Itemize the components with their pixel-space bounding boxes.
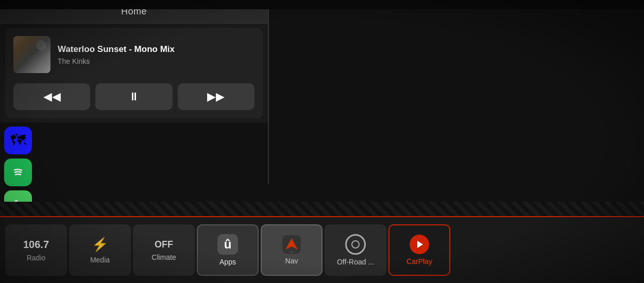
music-info-row: Waterloo Sunset - Mono Mix The Kinks <box>13 36 255 73</box>
tire-inner <box>351 240 360 249</box>
spotify-app-icon[interactable] <box>4 158 32 186</box>
panel-separator <box>268 9 269 184</box>
media-label: Media <box>90 256 110 264</box>
artist-name: The Kinks <box>58 57 255 65</box>
music-controls: ◀◀ ⏸ ▶▶ <box>13 83 255 110</box>
forward-icon: ▶▶ <box>207 90 225 103</box>
pause-icon: ⏸ <box>128 90 140 103</box>
song-title: Waterloo Sunset - Mono Mix <box>58 44 255 55</box>
album-art-image <box>13 36 50 73</box>
usb-icon: ⚡ <box>92 237 108 253</box>
rewind-button[interactable]: ◀◀ <box>13 83 90 110</box>
tire-icon <box>345 234 366 255</box>
apps-icon: û <box>221 237 235 252</box>
offroad-label: Off-Road ... <box>337 258 374 266</box>
svg-marker-76 <box>417 241 423 248</box>
pattern-divider <box>0 202 644 216</box>
waze-app-icon[interactable]: 🗺 <box>4 127 32 154</box>
main-screen: Home Waterloo Sunset - Mono Mix The Kink… <box>0 0 644 283</box>
carplay-button[interactable]: CarPlay <box>388 224 450 276</box>
radio-frequency: 106.7 <box>23 239 49 251</box>
apps-icon-wrapper: û <box>217 234 238 255</box>
carplay-icon <box>410 235 429 254</box>
left-panel: Home Waterloo Sunset - Mono Mix The Kink… <box>0 0 268 122</box>
climate-button[interactable]: OFF Climate <box>133 224 195 276</box>
nav-label: Nav <box>285 257 298 265</box>
climate-label: Climate <box>151 253 176 261</box>
music-info: Waterloo Sunset - Mono Mix The Kinks <box>58 44 255 65</box>
apps-button[interactable]: û Apps <box>197 224 259 276</box>
spotify-icon <box>9 164 27 181</box>
bottom-toolbar: 106.7 Radio ⚡ Media OFF Climate û Apps <box>0 216 644 283</box>
apps-label: Apps <box>219 258 236 266</box>
media-button[interactable]: ⚡ Media <box>69 224 131 276</box>
carplay-label: CarPlay <box>406 257 432 266</box>
forward-button[interactable]: ▶▶ <box>178 83 255 110</box>
top-bar <box>0 0 644 9</box>
rewind-icon: ◀◀ <box>43 90 61 103</box>
carplay-play-icon <box>413 238 426 251</box>
music-player: Waterloo Sunset - Mono Mix The Kinks ◀◀ … <box>5 28 263 118</box>
svg-text:û: û <box>224 237 232 251</box>
nav-button[interactable]: -- Nav <box>261 224 323 276</box>
svg-text:--: -- <box>290 249 293 254</box>
album-art <box>13 36 50 73</box>
waze-icon: 🗺 <box>10 132 26 149</box>
radio-label: Radio <box>27 254 46 262</box>
pause-button[interactable]: ⏸ <box>95 83 172 110</box>
nav-icon: -- <box>282 235 301 254</box>
offroad-button[interactable]: Off-Road ... <box>325 224 386 276</box>
climate-status: OFF <box>155 239 173 250</box>
radio-button[interactable]: 106.7 Radio <box>5 224 67 276</box>
